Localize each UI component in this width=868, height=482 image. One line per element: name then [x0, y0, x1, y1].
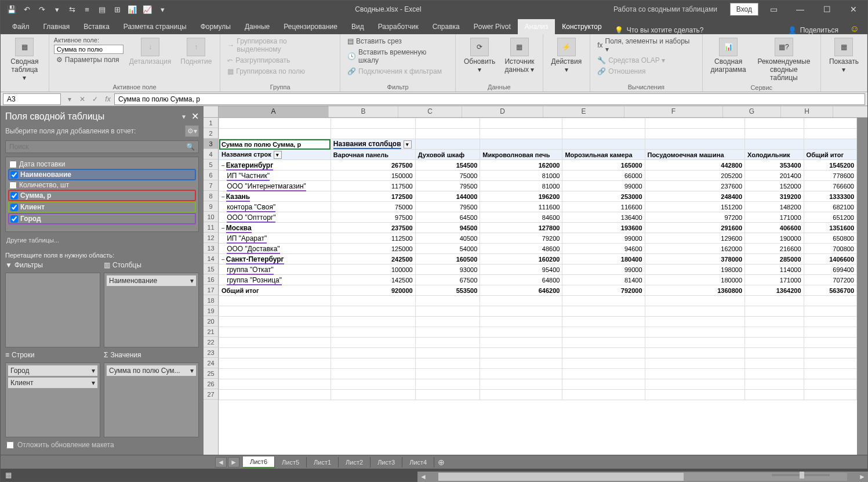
undo-icon[interactable]: ↶ — [19, 2, 34, 17]
cell[interactable] — [645, 306, 745, 317]
sheet-tab[interactable]: Лист5 — [275, 457, 307, 467]
cell[interactable]: 651200 — [804, 212, 856, 223]
cell[interactable]: ИП "Частник" — [219, 171, 331, 181]
cell[interactable] — [645, 390, 745, 400]
cell[interactable] — [480, 338, 562, 348]
cell[interactable] — [331, 379, 415, 390]
cell[interactable]: 216600 — [745, 244, 804, 254]
cell[interactable] — [480, 379, 562, 390]
cell[interactable]: Сумма по полю Сумма, р — [219, 139, 331, 150]
col-header-H[interactable]: H — [781, 106, 833, 117]
cell[interactable] — [645, 118, 745, 129]
cell[interactable]: Варочная панель — [331, 150, 415, 160]
cell[interactable] — [415, 317, 480, 327]
sheet-tab[interactable]: Лист4 — [402, 457, 434, 467]
cell[interactable]: Посудомоечная машина — [645, 150, 745, 160]
cell[interactable]: 93000 — [415, 264, 480, 275]
cell[interactable] — [480, 139, 562, 150]
cell[interactable] — [480, 348, 562, 358]
cell[interactable] — [415, 296, 480, 306]
cell[interactable]: 99000 — [562, 181, 645, 191]
cell[interactable] — [745, 129, 804, 139]
cell[interactable] — [331, 358, 415, 369]
cell[interactable] — [219, 348, 331, 358]
qat-icon[interactable]: ▤ — [95, 2, 110, 17]
confirm-icon[interactable]: ✓ — [89, 95, 101, 103]
cell[interactable]: Морозильная камера — [562, 150, 645, 160]
row-header[interactable]: 16 — [204, 274, 218, 285]
col-header-E[interactable]: E — [543, 106, 624, 117]
row-field-item[interactable]: Клиент▾ — [8, 377, 98, 389]
row-header[interactable]: 11 — [204, 222, 218, 233]
cell[interactable]: 100000 — [331, 264, 415, 275]
fx-icon[interactable]: fx — [101, 95, 114, 103]
field-search[interactable]: 🔍 — [5, 140, 199, 153]
cell[interactable]: 553500 — [415, 285, 480, 296]
tab-nav-prev-icon[interactable]: ◄ — [215, 457, 227, 467]
cell[interactable]: 792000 — [562, 285, 645, 296]
cell[interactable]: 40500 — [415, 233, 480, 244]
cell[interactable]: 97500 — [331, 212, 415, 223]
maximize-icon[interactable]: ☐ — [815, 1, 838, 17]
cell[interactable]: 406600 — [745, 223, 804, 233]
recommended-pivots-button[interactable]: ▦?Рекомендуемые сводные таблицы — [752, 37, 816, 83]
cell[interactable]: 253000 — [562, 191, 645, 202]
cell[interactable]: 66000 — [562, 171, 645, 181]
cell[interactable] — [645, 327, 745, 338]
cell[interactable]: 112500 — [331, 233, 415, 244]
qat-icon[interactable]: 📊 — [125, 2, 140, 17]
fields-items-sets-button[interactable]: fx Поля, элементы и наборы ▾ — [595, 37, 697, 54]
cell[interactable]: 64800 — [480, 275, 562, 285]
row-header[interactable]: 17 — [204, 285, 218, 295]
tab-analyze[interactable]: Анализ — [518, 19, 555, 34]
cell[interactable] — [562, 296, 645, 306]
cell[interactable]: −Екатеринбург — [219, 160, 331, 171]
cell[interactable]: 205200 — [645, 171, 745, 181]
cell[interactable] — [331, 306, 415, 317]
cell[interactable] — [480, 327, 562, 338]
tab-nav-next-icon[interactable]: ► — [228, 457, 239, 467]
row-header[interactable]: 18 — [204, 295, 218, 306]
cell[interactable] — [804, 379, 856, 390]
col-header-G[interactable]: G — [723, 106, 781, 117]
cell[interactable]: 150000 — [331, 171, 415, 181]
tab-review[interactable]: Рецензирование — [277, 19, 344, 34]
cell[interactable] — [331, 390, 415, 400]
cell[interactable] — [415, 358, 480, 369]
cell[interactable] — [804, 358, 856, 369]
cell[interactable]: 267500 — [331, 160, 415, 171]
cell[interactable] — [219, 327, 331, 338]
cell[interactable] — [415, 306, 480, 317]
col-header-C[interactable]: C — [398, 106, 462, 117]
cell[interactable] — [480, 369, 562, 379]
row-header[interactable]: 13 — [204, 243, 218, 253]
col-header-D[interactable]: D — [462, 106, 543, 117]
tab-page-layout[interactable]: Разметка страницы — [117, 19, 194, 34]
field-item-name[interactable]: Наименование — [8, 169, 196, 180]
cell[interactable] — [562, 379, 645, 390]
cell[interactable]: 116600 — [562, 202, 645, 212]
tab-insert[interactable]: Вставка — [77, 19, 117, 34]
chevron-down-icon[interactable]: ▾ — [190, 277, 194, 285]
tab-home[interactable]: Главная — [37, 19, 77, 34]
cell[interactable]: 1364200 — [745, 285, 804, 296]
value-field-item[interactable]: Сумма по полю Сум...▾ — [106, 365, 197, 376]
sheet-tab[interactable]: Лист1 — [307, 457, 339, 467]
cell[interactable] — [562, 306, 645, 317]
cell[interactable]: ИП "Арарат" — [219, 233, 331, 244]
pane-close-icon[interactable]: ✕ — [191, 111, 199, 122]
field-item[interactable]: Дата поставки — [8, 160, 196, 169]
tab-view[interactable]: Вид — [344, 19, 371, 34]
field-search-input[interactable] — [9, 143, 186, 151]
redo-icon[interactable]: ↷ — [34, 2, 49, 17]
cell[interactable]: 97200 — [645, 212, 745, 223]
cell[interactable] — [415, 327, 480, 338]
tab-file[interactable]: Файл — [5, 19, 37, 34]
cell[interactable] — [804, 348, 856, 358]
field-item-city[interactable]: Город — [8, 213, 196, 224]
cell[interactable]: 94600 — [562, 244, 645, 254]
cell[interactable]: 285000 — [745, 254, 804, 264]
row-header[interactable]: 6 — [204, 170, 218, 180]
row-header[interactable]: 4 — [204, 149, 218, 160]
cell[interactable] — [562, 338, 645, 348]
